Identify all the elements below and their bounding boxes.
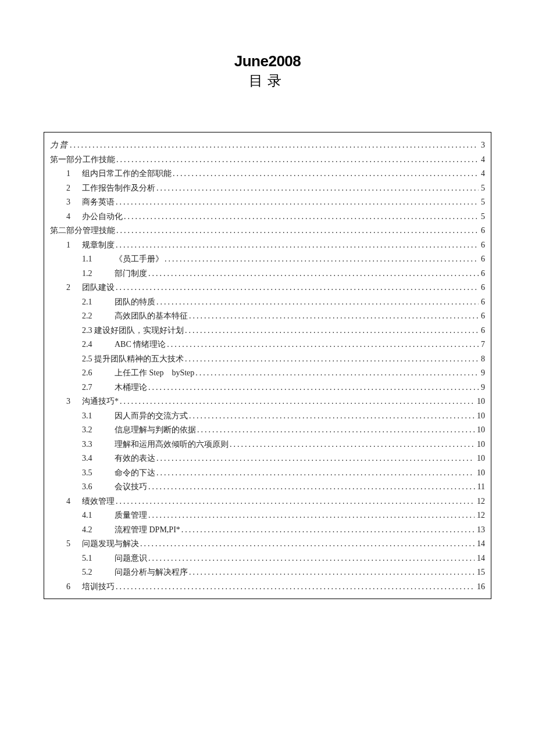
toc-entry-page: 8 — [480, 352, 485, 367]
toc-entry-page: 16 — [476, 580, 485, 594]
toc-leader-dots — [120, 395, 475, 409]
toc-entry-page: 7 — [480, 338, 485, 352]
toc-entry: 2.6上任工作 Step byStep9 — [50, 366, 485, 381]
toc-entry-page: 4 — [480, 153, 485, 167]
toc-entry: 2.3 建设好团队，实现好计划 6 — [50, 324, 485, 338]
toc-entry: 3.3理解和运用高效倾听的六项原则10 — [50, 438, 485, 452]
toc-entry-number: 2 — [66, 181, 82, 196]
toc-leader-dots — [148, 480, 475, 495]
toc-leader-dots — [195, 366, 479, 381]
toc-leader-dots — [148, 551, 475, 566]
toc-leader-dots — [156, 466, 475, 481]
toc-entry-number: 1.1 — [82, 252, 115, 267]
toc-entry-page: 10 — [476, 466, 485, 481]
toc-entry-number: 2.1 — [82, 295, 115, 310]
toc-entry-label: 第一部分工作技能 — [50, 153, 115, 167]
toc-leader-dots — [116, 195, 479, 210]
toc-leader-dots — [116, 281, 479, 295]
toc-entry-label: 部门制度 — [115, 267, 147, 281]
toc-entry-page: 10 — [476, 395, 485, 409]
toc-entry-label: 团队建设 — [82, 281, 115, 295]
toc-entry-label: 培训技巧 — [82, 580, 115, 594]
toc-entry: 3商务英语5 — [50, 195, 485, 210]
toc-entry-number: 2.4 — [82, 338, 115, 352]
toc-entry-label: 2.3 建设好团队，实现好计划 — [82, 324, 184, 338]
toc-entry: 6培训技巧16 — [50, 580, 485, 594]
table-of-contents: 力普3第一部分工作技能41组内日常工作的全部职能42工作报告制作及分析53商务英… — [44, 132, 491, 599]
toc-entry-page: 10 — [476, 409, 485, 424]
toc-leader-dots — [116, 238, 479, 253]
toc-entry: 2.4ABC 情绪理论7 — [50, 338, 485, 352]
toc-leader-dots — [116, 224, 479, 238]
toc-entry: 力普3 — [50, 138, 485, 153]
toc-leader-dots — [197, 423, 475, 438]
toc-leader-dots — [156, 295, 479, 310]
toc-entry-number: 5 — [66, 537, 82, 551]
toc-entry-page: 10 — [476, 452, 485, 466]
toc-leader-dots — [167, 338, 479, 352]
toc-entry-page: 5 — [480, 195, 485, 210]
toc-entry: 2.5 提升团队精神的五大技术 8 — [50, 352, 485, 367]
toc-entry-number: 1 — [66, 238, 82, 253]
toc-entry-label: 流程管理 DPM,PI* — [115, 523, 180, 538]
toc-entry-label: 2.5 提升团队精神的五大技术 — [82, 352, 184, 367]
toc-entry-number: 2.2 — [82, 309, 115, 324]
toc-entry-label: 绩效管理 — [82, 495, 115, 509]
toc-entry-number: 1 — [66, 167, 82, 181]
toc-entry-page: 10 — [476, 438, 485, 452]
toc-entry: 2工作报告制作及分析5 — [50, 181, 485, 196]
toc-leader-dots — [181, 523, 475, 538]
toc-entry-page: 3 — [480, 138, 485, 153]
toc-leader-dots — [148, 508, 475, 523]
toc-leader-dots — [116, 153, 479, 167]
toc-leader-dots — [148, 381, 479, 395]
toc-entry-page: 6 — [480, 252, 485, 267]
toc-entry-label: 《员工手册》 — [115, 252, 163, 267]
toc-entry-number: 1.2 — [82, 267, 115, 281]
toc-entry-label: ABC 情绪理论 — [115, 338, 166, 352]
toc-leader-dots — [116, 580, 475, 594]
toc-entry-page: 11 — [476, 480, 485, 495]
toc-entry: 3.2信息理解与判断的依据10 — [50, 423, 485, 438]
toc-entry-page: 4 — [480, 167, 485, 181]
toc-entry: 2.2高效团队的基本特征6 — [50, 309, 485, 324]
toc-entry-label: 规章制度 — [82, 238, 115, 253]
toc-entry-number: 3 — [66, 195, 82, 210]
toc-entry: 1组内日常工作的全部职能4 — [50, 167, 485, 181]
toc-entry-label: 理解和运用高效倾听的六项原则 — [115, 438, 229, 452]
toc-entry-label: 质量管理 — [115, 508, 147, 523]
toc-entry-number: 5.2 — [82, 565, 115, 580]
toc-entry-label: 因人而异的交流方式 — [115, 409, 188, 424]
toc-leader-dots — [185, 324, 479, 338]
document-subtitle: 目录 — [44, 71, 491, 90]
toc-entry: 1.1《员工手册》6 — [50, 252, 485, 267]
toc-leader-dots — [140, 537, 475, 551]
toc-entry: 1.2部门制度6 — [50, 267, 485, 281]
toc-leader-dots — [173, 167, 479, 181]
toc-entry-page: 15 — [476, 565, 485, 580]
toc-entry-page: 5 — [480, 210, 485, 224]
toc-entry: 5问题发现与解决14 — [50, 537, 485, 551]
toc-entry: 2团队建设6 — [50, 281, 485, 295]
toc-entry-label: 问题发现与解决 — [82, 537, 139, 551]
toc-entry: 3.6会议技巧11 — [50, 480, 485, 495]
toc-entry-label: 办公自动化 — [82, 210, 123, 224]
toc-entry-number: 6 — [66, 580, 82, 594]
toc-entry: 5.1问题意识14 — [50, 551, 485, 566]
toc-entry-number: 3.3 — [82, 438, 115, 452]
toc-entry-page: 6 — [480, 224, 485, 238]
toc-entry-label: 沟通技巧* — [82, 395, 119, 409]
toc-entry-number: 4.2 — [82, 523, 115, 538]
toc-entry-number: 3.1 — [82, 409, 115, 424]
toc-entry-page: 9 — [480, 381, 485, 395]
toc-leader-dots — [165, 252, 479, 267]
toc-entry-page: 6 — [480, 238, 485, 253]
toc-leader-dots — [70, 138, 479, 153]
toc-entry-page: 13 — [476, 523, 485, 538]
toc-entry-label: 工作报告制作及分析 — [82, 181, 155, 196]
toc-entry-number: 3 — [66, 395, 82, 409]
toc-entry-number: 4.1 — [82, 508, 115, 523]
toc-leader-dots — [189, 309, 479, 324]
toc-entry-label: 信息理解与判断的依据 — [115, 423, 196, 438]
toc-entry: 4.2流程管理 DPM,PI*13 — [50, 523, 485, 538]
